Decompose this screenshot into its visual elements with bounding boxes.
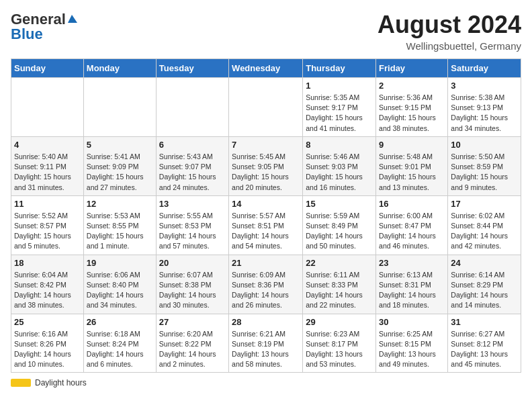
day-info: Sunrise: 5:45 AMSunset: 9:05 PMDaylight:… [232,152,300,193]
legend: Daylight hours [11,378,521,387]
logo-icon [66,13,79,26]
day-info: Sunrise: 6:25 AMSunset: 8:15 PMDaylight:… [379,329,445,370]
day-info: Sunrise: 5:48 AMSunset: 9:01 PMDaylight:… [379,152,445,193]
day-info: Sunrise: 6:27 AMSunset: 8:12 PMDaylight:… [451,329,518,370]
day-info: Sunrise: 5:50 AMSunset: 8:59 PMDaylight:… [451,152,518,193]
day-info: Sunrise: 6:18 AMSunset: 8:24 PMDaylight:… [87,329,153,370]
calendar-week-row: 11Sunrise: 5:52 AMSunset: 8:57 PMDayligh… [11,195,521,255]
day-info: Sunrise: 6:02 AMSunset: 8:44 PMDaylight:… [451,211,518,252]
day-number: 16 [379,199,445,209]
calendar-cell: 24Sunrise: 6:14 AMSunset: 8:29 PMDayligh… [448,255,521,314]
day-of-week-header: Tuesday [156,59,228,78]
day-number: 19 [87,258,153,268]
calendar-cell [11,78,84,137]
calendar-cell: 7Sunrise: 5:45 AMSunset: 9:05 PMDaylight… [229,136,303,195]
calendar-cell: 4Sunrise: 5:40 AMSunset: 9:11 PMDaylight… [11,136,84,195]
day-number: 6 [159,140,226,150]
day-info: Sunrise: 6:14 AMSunset: 8:29 PMDaylight:… [451,270,518,311]
day-info: Sunrise: 5:41 AMSunset: 9:09 PMDaylight:… [87,152,153,193]
legend-label: Daylight hours [35,378,87,387]
day-number: 9 [379,140,445,150]
day-info: Sunrise: 5:35 AMSunset: 9:17 PMDaylight:… [306,93,373,134]
calendar-cell [156,78,228,137]
calendar-cell: 6Sunrise: 5:43 AMSunset: 9:07 PMDaylight… [156,136,228,195]
day-number: 8 [306,140,373,150]
calendar-cell: 27Sunrise: 6:20 AMSunset: 8:22 PMDayligh… [156,314,228,373]
day-number: 12 [87,199,153,209]
calendar-cell: 12Sunrise: 5:53 AMSunset: 8:55 PMDayligh… [83,195,156,255]
calendar-cell: 9Sunrise: 5:48 AMSunset: 9:01 PMDaylight… [376,136,448,195]
calendar-cell: 2Sunrise: 5:36 AMSunset: 9:15 PMDaylight… [376,78,448,137]
day-number: 15 [306,199,373,209]
day-info: Sunrise: 6:04 AMSunset: 8:42 PMDaylight:… [14,270,81,311]
calendar-cell: 21Sunrise: 6:09 AMSunset: 8:36 PMDayligh… [229,255,303,314]
day-info: Sunrise: 5:46 AMSunset: 9:03 PMDaylight:… [306,152,373,193]
calendar-cell: 30Sunrise: 6:25 AMSunset: 8:15 PMDayligh… [376,314,448,373]
title-area: August 2024 Wellingsbuettel, Germany [378,11,521,52]
day-of-week-header: Wednesday [229,59,303,78]
day-number: 23 [379,258,445,268]
calendar-cell: 14Sunrise: 5:57 AMSunset: 8:51 PMDayligh… [229,195,303,255]
day-info: Sunrise: 6:06 AMSunset: 8:40 PMDaylight:… [87,270,153,311]
day-of-week-header: Friday [376,59,448,78]
calendar-cell: 17Sunrise: 6:02 AMSunset: 8:44 PMDayligh… [448,195,521,255]
calendar-cell: 8Sunrise: 5:46 AMSunset: 9:03 PMDaylight… [303,136,376,195]
calendar-cell: 31Sunrise: 6:27 AMSunset: 8:12 PMDayligh… [448,314,521,373]
day-info: Sunrise: 5:55 AMSunset: 8:53 PMDaylight:… [159,211,226,252]
calendar-cell [83,78,156,137]
calendar-table: SundayMondayTuesdayWednesdayThursdayFrid… [11,58,521,373]
calendar-cell: 23Sunrise: 6:13 AMSunset: 8:31 PMDayligh… [376,255,448,314]
calendar-cell: 29Sunrise: 6:23 AMSunset: 8:17 PMDayligh… [303,314,376,373]
day-number: 25 [14,317,81,327]
day-number: 29 [306,317,373,327]
day-number: 5 [87,140,153,150]
day-of-week-header: Sunday [11,59,84,78]
day-number: 26 [87,317,153,327]
day-info: Sunrise: 5:36 AMSunset: 9:15 PMDaylight:… [379,93,445,134]
logo-blue: Blue [11,26,43,43]
svg-marker-0 [68,15,77,23]
day-number: 3 [451,81,518,91]
calendar-cell: 5Sunrise: 5:41 AMSunset: 9:09 PMDaylight… [83,136,156,195]
day-number: 18 [14,258,81,268]
calendar-cell: 1Sunrise: 5:35 AMSunset: 9:17 PMDaylight… [303,78,376,137]
calendar-cell: 28Sunrise: 6:21 AMSunset: 8:19 PMDayligh… [229,314,303,373]
day-info: Sunrise: 6:00 AMSunset: 8:47 PMDaylight:… [379,211,445,252]
day-info: Sunrise: 5:40 AMSunset: 9:11 PMDaylight:… [14,152,81,193]
day-info: Sunrise: 6:16 AMSunset: 8:26 PMDaylight:… [14,329,81,370]
calendar-cell: 19Sunrise: 6:06 AMSunset: 8:40 PMDayligh… [83,255,156,314]
calendar-cell [229,78,303,137]
day-number: 31 [451,317,518,327]
calendar-week-row: 1Sunrise: 5:35 AMSunset: 9:17 PMDaylight… [11,78,521,137]
day-of-week-header: Saturday [448,59,521,78]
day-info: Sunrise: 6:07 AMSunset: 8:38 PMDaylight:… [159,270,226,311]
header: General Blue August 2024 Wellingsbuettel… [11,11,521,52]
calendar-cell: 15Sunrise: 5:59 AMSunset: 8:49 PMDayligh… [303,195,376,255]
day-number: 20 [159,258,226,268]
logo: General Blue [11,11,79,43]
calendar-header-row: SundayMondayTuesdayWednesdayThursdayFrid… [11,59,521,78]
calendar-cell: 16Sunrise: 6:00 AMSunset: 8:47 PMDayligh… [376,195,448,255]
calendar-cell: 13Sunrise: 5:55 AMSunset: 8:53 PMDayligh… [156,195,228,255]
day-number: 1 [306,81,373,91]
day-number: 21 [232,258,300,268]
day-info: Sunrise: 6:21 AMSunset: 8:19 PMDaylight:… [232,329,300,370]
day-number: 17 [451,199,518,209]
day-number: 30 [379,317,445,327]
day-number: 11 [14,199,81,209]
day-number: 4 [14,140,81,150]
calendar-cell: 20Sunrise: 6:07 AMSunset: 8:38 PMDayligh… [156,255,228,314]
day-info: Sunrise: 6:13 AMSunset: 8:31 PMDaylight:… [379,270,445,311]
day-number: 22 [306,258,373,268]
day-number: 27 [159,317,226,327]
day-info: Sunrise: 5:43 AMSunset: 9:07 PMDaylight:… [159,152,226,193]
day-info: Sunrise: 5:59 AMSunset: 8:49 PMDaylight:… [306,211,373,252]
calendar-week-row: 18Sunrise: 6:04 AMSunset: 8:42 PMDayligh… [11,255,521,314]
day-info: Sunrise: 5:57 AMSunset: 8:51 PMDaylight:… [232,211,300,252]
calendar-cell: 18Sunrise: 6:04 AMSunset: 8:42 PMDayligh… [11,255,84,314]
calendar-cell: 11Sunrise: 5:52 AMSunset: 8:57 PMDayligh… [11,195,84,255]
day-number: 24 [451,258,518,268]
location: Wellingsbuettel, Germany [378,40,521,52]
day-of-week-header: Thursday [303,59,376,78]
day-info: Sunrise: 6:23 AMSunset: 8:17 PMDaylight:… [306,329,373,370]
